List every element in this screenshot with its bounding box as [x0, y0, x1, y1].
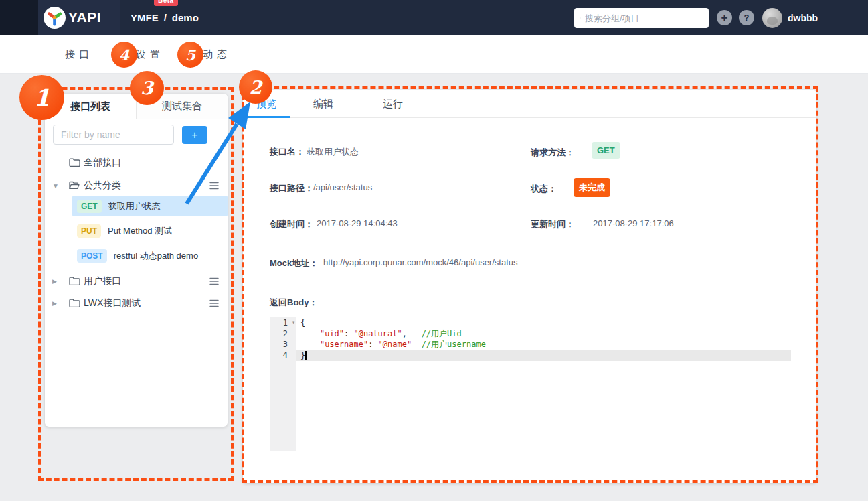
- code-token: {: [300, 318, 305, 328]
- api-item-label: restful 动态path demo: [114, 250, 198, 262]
- add-interface-button[interactable]: +: [182, 126, 207, 144]
- api-path-label: 接口路径：: [270, 182, 313, 194]
- annotation-badge-4: 4: [111, 42, 137, 68]
- username[interactable]: dwbbb: [788, 0, 818, 35]
- status-label: 状态：: [531, 183, 557, 195]
- annotation-badge-1: 1: [19, 75, 64, 120]
- navbar-corner-block: [0, 0, 38, 35]
- line-number: 3: [274, 339, 288, 350]
- code-token: :: [368, 340, 377, 349]
- search-icon: [580, 13, 581, 23]
- tab-run[interactable]: 运行: [369, 90, 416, 118]
- api-item-get-user-status[interactable]: GET 获取用户状态: [72, 196, 228, 216]
- response-body-label: 返回Body：: [270, 297, 318, 309]
- code-token: [300, 340, 320, 349]
- plus-icon: +: [191, 130, 197, 141]
- api-name-value: 获取用户状态: [307, 146, 359, 158]
- code-line-4: }: [300, 350, 307, 361]
- mock-url-label: Mock地址：: [270, 257, 318, 269]
- code-token: [300, 329, 320, 338]
- updated-label: 更新时间：: [531, 218, 574, 230]
- help-button[interactable]: ?: [739, 10, 754, 25]
- detail-tabs: 预览 编辑 运行: [243, 90, 816, 118]
- api-item-restful-path-demo[interactable]: POST restful 动态path demo: [72, 245, 228, 266]
- text-cursor: [305, 351, 307, 360]
- logo-text: YAPI: [68, 9, 101, 25]
- tree-item-public-category[interactable]: ▼ 公共分类: [45, 175, 228, 196]
- yapi-app: YAPI Beta YMFE / demo + ? dwbbb 接口 设置: [0, 0, 868, 501]
- filter-input[interactable]: [53, 125, 174, 145]
- code-token-string: "@natural": [353, 329, 402, 338]
- created-value: 2017-08-29 14:04:43: [317, 218, 398, 228]
- annotation-badge-3: 3: [130, 71, 164, 105]
- subnav-item-activity[interactable]: 动态: [203, 35, 231, 73]
- question-icon: ?: [744, 13, 750, 23]
- subnav-item-settings[interactable]: 设置: [136, 35, 164, 73]
- tab-edit[interactable]: 编辑: [300, 90, 347, 118]
- code-line-1: {: [300, 317, 305, 328]
- breadcrumb: YMFE / demo: [131, 0, 199, 35]
- search-input[interactable]: [585, 13, 703, 23]
- code-token: ,: [402, 329, 422, 338]
- yapi-logo-icon: [44, 7, 66, 29]
- avatar[interactable]: [762, 8, 782, 28]
- add-project-button[interactable]: +: [717, 10, 732, 25]
- line-number: 2: [274, 328, 288, 339]
- tree-item-all-interfaces[interactable]: 全部接口: [45, 153, 228, 173]
- code-token-comment: //用户Uid: [422, 329, 462, 338]
- code-token-string: "username": [320, 340, 368, 349]
- category-menu-icon[interactable]: [209, 277, 219, 285]
- interface-detail-panel: 预览 编辑 运行 接口名： 获取用户状态 请求方法： GET 接口路径： /ap…: [243, 90, 816, 483]
- status-badge: 未完成: [574, 178, 610, 197]
- code-token: }: [300, 351, 305, 360]
- api-item-put-method-test[interactable]: PUT Put Method 测试: [72, 220, 228, 241]
- mock-url-value[interactable]: http://yapi.corp.qunar.com/mock/46/api/u…: [323, 257, 517, 267]
- annotation-number: 1: [34, 84, 50, 111]
- annotation-number: 2: [250, 77, 262, 98]
- code-token-string: "@name": [378, 340, 412, 349]
- caret-down-icon[interactable]: ▼: [52, 175, 59, 196]
- api-item-label: Put Method 测试: [108, 225, 172, 237]
- plus-icon: +: [721, 11, 728, 25]
- breadcrumb-project[interactable]: demo: [172, 12, 199, 23]
- tree-item-label: 公共分类: [84, 175, 121, 196]
- editor-active-line-highlight: [296, 350, 791, 361]
- folder-icon: [69, 277, 80, 285]
- annotation-number: 5: [185, 46, 195, 64]
- tree-item-label: LWX接口测试: [84, 293, 141, 313]
- editor-gutter: 1 ▾ 2 3 4: [270, 317, 296, 451]
- caret-right-icon[interactable]: ▶: [52, 293, 57, 313]
- annotation-badge-5: 5: [177, 42, 203, 68]
- tree-item-lwx-interface-test[interactable]: ▶ LWX接口测试: [45, 293, 228, 313]
- folder-icon: [69, 299, 80, 307]
- category-menu-icon[interactable]: [209, 182, 219, 190]
- logo-block[interactable]: YAPI Beta: [38, 0, 120, 35]
- subnav-item-interface[interactable]: 接口: [65, 35, 93, 73]
- api-path-value: /api/user/status: [313, 182, 372, 192]
- code-line-2: "uid": "@natural", //用户Uid: [300, 328, 462, 339]
- annotation-badge-2: 2: [239, 70, 272, 104]
- method-badge-put: PUT: [77, 224, 101, 238]
- tree-item-label: 全部接口: [84, 153, 121, 173]
- code-token-comment: //用户username: [422, 340, 486, 349]
- code-line-3: "username": "@name" //用户username: [300, 339, 486, 350]
- tree-item-user-interface[interactable]: ▶ 用户接口: [45, 271, 228, 291]
- annotation-number: 4: [119, 46, 129, 64]
- search-box: [574, 8, 709, 28]
- fold-caret-icon[interactable]: ▾: [292, 317, 295, 328]
- method-label: 请求方法：: [531, 147, 574, 159]
- response-body-editor[interactable]: 1 ▾ 2 3 4 { "uid": "@natural", //用户Uid "…: [270, 317, 791, 451]
- method-badge-post: POST: [77, 249, 107, 263]
- method-badge-get: GET: [77, 200, 102, 213]
- folder-icon: [69, 158, 80, 167]
- updated-value: 2017-08-29 17:17:06: [593, 218, 674, 228]
- annotation-number: 3: [141, 78, 153, 98]
- caret-right-icon[interactable]: ▶: [52, 271, 57, 291]
- api-item-label: 获取用户状态: [108, 200, 161, 212]
- created-label: 创建时间：: [270, 218, 313, 230]
- active-tab-underline: [243, 116, 290, 118]
- category-menu-icon[interactable]: [209, 299, 219, 307]
- interface-list-panel: 接口列表 测试集合 + 全部接口 ▼ 公共分类: [45, 94, 228, 427]
- method-get-badge: GET: [592, 142, 620, 159]
- breadcrumb-group[interactable]: YMFE: [131, 12, 159, 23]
